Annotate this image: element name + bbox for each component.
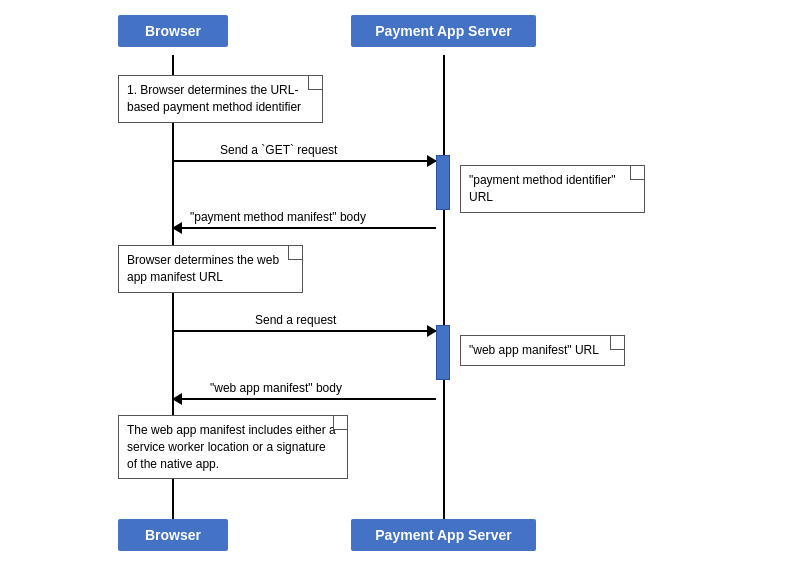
activation-get bbox=[436, 155, 450, 210]
note-webapp-corner bbox=[288, 246, 302, 260]
note-wam-info: The web app manifest includes either a s… bbox=[118, 415, 348, 479]
note-wam-info-text: The web app manifest includes either a s… bbox=[127, 423, 336, 471]
server-box-top: Payment App Server bbox=[351, 15, 536, 47]
arrow-manifest-body bbox=[173, 227, 436, 229]
arrow-send-label: Send a request bbox=[255, 313, 336, 327]
server-lifeline bbox=[443, 55, 445, 535]
arrow-get-request bbox=[173, 160, 436, 162]
arrow-manifest-label: "payment method manifest" body bbox=[190, 210, 366, 224]
note-pmi-url: "payment method identifier" URL bbox=[460, 165, 645, 213]
activation-request bbox=[436, 325, 450, 380]
arrow-wam-label: "web app manifest" body bbox=[210, 381, 342, 395]
note-wam-url-text: "web app manifest" URL bbox=[469, 343, 599, 357]
note-pmi-corner bbox=[630, 166, 644, 180]
server-box-bottom: Payment App Server bbox=[351, 519, 536, 551]
note-webapp-url: Browser determines the web app manifest … bbox=[118, 245, 303, 293]
note-webapp-url-text: Browser determines the web app manifest … bbox=[127, 253, 279, 284]
note-wam-url: "web app manifest" URL bbox=[460, 335, 625, 366]
arrow-wam-body bbox=[173, 398, 436, 400]
note-wam-info-corner bbox=[333, 416, 347, 430]
browser-box-bottom: Browser bbox=[118, 519, 228, 551]
browser-box-top: Browser bbox=[118, 15, 228, 47]
note-1-corner bbox=[308, 76, 322, 90]
note-1-text: 1. Browser determines the URL-based paym… bbox=[127, 83, 301, 114]
arrow-get-label: Send a `GET` request bbox=[220, 143, 337, 157]
note-1: 1. Browser determines the URL-based paym… bbox=[118, 75, 323, 123]
note-pmi-url-text: "payment method identifier" URL bbox=[469, 173, 616, 204]
note-wam-corner bbox=[610, 336, 624, 350]
arrow-send-request bbox=[173, 330, 436, 332]
sequence-diagram: Browser Payment App Server 1. Browser de… bbox=[0, 0, 800, 587]
